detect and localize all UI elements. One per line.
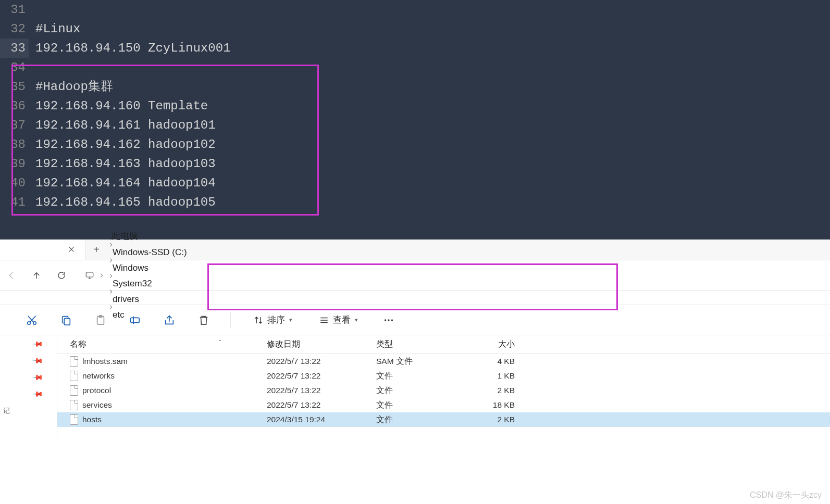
file-name: networks bbox=[82, 371, 115, 381]
svg-point-2 bbox=[33, 321, 36, 324]
copy-button[interactable] bbox=[58, 312, 74, 328]
file-name: services bbox=[82, 400, 112, 410]
up-button[interactable] bbox=[29, 268, 44, 283]
editor-line[interactable]: 192.168.94.165 hadoop105 bbox=[35, 193, 830, 212]
editor-line[interactable]: 192.168.94.163 hadoop103 bbox=[35, 154, 830, 173]
breadcrumb-item[interactable]: 此电脑 bbox=[108, 229, 141, 243]
refresh-button[interactable] bbox=[54, 268, 69, 283]
delete-button[interactable] bbox=[196, 312, 212, 328]
code-editor[interactable]: 3132333435363738394041 #Linux192.168.94.… bbox=[0, 0, 830, 240]
editor-line[interactable]: #Linux bbox=[35, 19, 830, 39]
file-explorer-window: + 此电脑Windows-SSD (C:)WindowsSystem32driv… bbox=[0, 240, 830, 439]
file-size: 18 KB bbox=[464, 400, 521, 410]
file-row[interactable]: lmhosts.sam2022/5/7 13:22SAM 文件4 KB bbox=[57, 354, 830, 369]
breadcrumb-item[interactable]: Windows-SSD (C:) bbox=[109, 245, 190, 259]
file-type: 文件 bbox=[370, 371, 464, 382]
explorer-tab[interactable] bbox=[0, 240, 86, 260]
more-button[interactable] bbox=[381, 312, 397, 328]
monitor-icon bbox=[84, 270, 95, 281]
file-size: 2 KB bbox=[464, 386, 521, 395]
file-name: lmhosts.sam bbox=[82, 357, 128, 366]
breadcrumb-item[interactable]: drivers bbox=[109, 292, 142, 306]
sort-label: 排序 bbox=[267, 314, 285, 326]
pinned-item[interactable]: 📌 bbox=[0, 352, 57, 369]
pinned-item[interactable]: 📌 bbox=[0, 369, 57, 385]
file-size: 4 KB bbox=[464, 357, 521, 366]
file-size: 1 KB bbox=[464, 371, 521, 381]
column-header-type[interactable]: 类型 bbox=[370, 339, 464, 350]
pin-icon: 📌 bbox=[32, 371, 44, 383]
svg-point-1 bbox=[28, 321, 31, 324]
pin-icon: 📌 bbox=[32, 337, 44, 349]
file-type: 文件 bbox=[370, 414, 464, 425]
address-bar[interactable]: 此电脑Windows-SSD (C:)WindowsSystem32driver… bbox=[79, 266, 826, 285]
file-type: 文件 bbox=[370, 385, 464, 396]
sort-indicator-icon: ˆ bbox=[219, 339, 221, 347]
file-row[interactable]: services2022/5/7 13:22文件18 KB bbox=[57, 398, 830, 412]
editor-line[interactable]: #Hadoop集群 bbox=[35, 77, 830, 96]
editor-line[interactable]: 192.168.94.150 ZcyLinux001 bbox=[35, 39, 830, 58]
sort-button[interactable]: 排序 ▾ bbox=[250, 312, 296, 328]
toolbar-separator bbox=[230, 312, 231, 328]
file-icon bbox=[70, 400, 78, 410]
paste-button[interactable] bbox=[93, 312, 108, 328]
svg-point-9 bbox=[388, 319, 389, 321]
file-row[interactable]: networks2022/5/7 13:22文件1 KB bbox=[57, 369, 830, 383]
file-name: protocol bbox=[82, 386, 111, 395]
file-date: 2022/5/7 13:22 bbox=[261, 371, 370, 381]
pinned-item[interactable]: 📌 bbox=[0, 385, 57, 402]
pin-icon: 📌 bbox=[32, 387, 44, 399]
chevron-down-icon: ▾ bbox=[289, 317, 292, 323]
breadcrumb-item[interactable]: etc bbox=[109, 308, 128, 322]
cut-button[interactable] bbox=[24, 312, 40, 328]
pin-icon: 📌 bbox=[32, 354, 44, 366]
file-list-pane[interactable]: ˆ 名称 修改日期 类型 大小 lmhosts.sam2022/5/7 13:2… bbox=[57, 335, 830, 439]
new-tab-button[interactable]: + bbox=[86, 244, 107, 256]
svg-point-10 bbox=[391, 319, 393, 321]
chevron-right-icon[interactable] bbox=[98, 273, 105, 278]
file-icon bbox=[70, 371, 78, 381]
file-name: hosts bbox=[82, 415, 102, 424]
file-type: SAM 文件 bbox=[370, 356, 464, 367]
file-icon bbox=[70, 356, 78, 367]
pinned-item[interactable]: 📌 bbox=[0, 335, 57, 352]
close-icon[interactable] bbox=[68, 246, 76, 254]
file-date: 2022/5/7 13:22 bbox=[261, 386, 370, 395]
file-icon bbox=[70, 385, 78, 396]
svg-rect-0 bbox=[86, 272, 93, 277]
svg-point-8 bbox=[385, 319, 386, 321]
svg-rect-4 bbox=[64, 318, 70, 325]
back-button[interactable] bbox=[4, 268, 19, 283]
file-icon bbox=[70, 414, 78, 425]
editor-line[interactable]: 192.168.94.160 Template bbox=[35, 96, 830, 116]
breadcrumb-item[interactable]: System32 bbox=[109, 276, 155, 291]
address-toolbar: 此电脑Windows-SSD (C:)WindowsSystem32driver… bbox=[0, 260, 830, 291]
column-header-name[interactable]: 名称 bbox=[57, 339, 261, 350]
view-label: 查看 bbox=[333, 314, 351, 326]
file-date: 2022/5/7 13:22 bbox=[261, 400, 370, 410]
editor-line[interactable]: 192.168.94.164 hadoop104 bbox=[35, 173, 830, 193]
explorer-main-area: 📌 📌 📌 📌 记 ˆ 名称 修改日期 类型 大小 lmhosts.sam202… bbox=[0, 335, 830, 439]
breadcrumb-item[interactable]: Windows bbox=[109, 261, 152, 275]
column-headers[interactable]: ˆ 名称 修改日期 类型 大小 bbox=[57, 335, 830, 354]
editor-content[interactable]: #Linux192.168.94.150 ZcyLinux001#Hadoop集… bbox=[0, 0, 830, 212]
file-date: 2022/5/7 13:22 bbox=[261, 357, 370, 366]
editor-line[interactable] bbox=[35, 0, 830, 19]
editor-line[interactable] bbox=[35, 58, 830, 77]
file-size: 2 KB bbox=[464, 415, 521, 424]
chevron-down-icon: ▾ bbox=[355, 317, 358, 323]
file-row[interactable]: hosts2024/3/15 19:24文件2 KB bbox=[57, 412, 830, 427]
pinned-item[interactable]: 记 bbox=[0, 402, 57, 420]
editor-line[interactable]: 192.168.94.162 hadoop102 bbox=[35, 135, 830, 154]
file-row[interactable]: protocol2022/5/7 13:22文件2 KB bbox=[57, 383, 830, 398]
column-header-size[interactable]: 大小 bbox=[464, 339, 521, 350]
view-button[interactable]: 查看 ▾ bbox=[315, 312, 362, 328]
file-type: 文件 bbox=[370, 400, 464, 411]
editor-line[interactable]: 192.168.94.161 hadoop101 bbox=[35, 116, 830, 135]
file-date: 2024/3/15 19:24 bbox=[261, 415, 370, 424]
column-header-date[interactable]: 修改日期 bbox=[261, 339, 370, 350]
explorer-nav-pane[interactable]: 📌 📌 📌 📌 记 bbox=[0, 335, 57, 439]
